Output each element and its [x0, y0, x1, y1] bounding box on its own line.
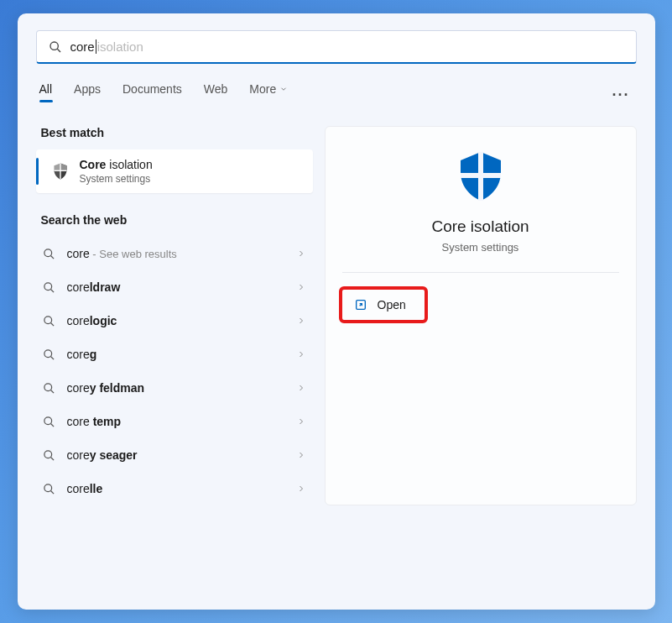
- svg-point-14: [44, 416, 51, 424]
- tab-documents[interactable]: Documents: [122, 82, 182, 101]
- svg-line-9: [50, 322, 53, 325]
- best-match-title-bold: Core: [80, 158, 107, 171]
- web-result-item[interactable]: corey feldman: [36, 371, 313, 405]
- tab-web[interactable]: Web: [204, 82, 228, 101]
- best-match-title-rest: isolation: [106, 158, 152, 171]
- svg-line-17: [50, 457, 53, 459]
- detail-pane: Core isolation System settings Open: [325, 126, 637, 505]
- search-web-header: Search the web: [36, 213, 313, 227]
- web-result-text: corey feldman: [67, 381, 145, 395]
- search-autocomplete: isolation: [97, 39, 143, 54]
- search-icon: [49, 40, 62, 54]
- search-text: core isolation: [70, 39, 143, 54]
- web-result-text: corelle: [67, 482, 103, 495]
- chevron-right-icon: [296, 316, 306, 326]
- web-result-text: corey seager: [67, 448, 138, 462]
- tab-more[interactable]: More: [249, 82, 288, 101]
- web-result-text: coreg: [67, 348, 97, 361]
- search-typed-text: core: [70, 39, 95, 54]
- svg-point-12: [44, 383, 51, 390]
- best-match-result[interactable]: Core isolation System settings: [36, 149, 313, 193]
- divider: [342, 272, 619, 273]
- chevron-right-icon: [296, 349, 306, 359]
- best-match-text: Core isolation System settings: [80, 158, 153, 185]
- shield-icon: [51, 162, 70, 181]
- svg-line-11: [50, 356, 53, 359]
- svg-line-13: [50, 390, 53, 392]
- detail-title: Core isolation: [431, 217, 529, 236]
- svg-line-5: [50, 255, 53, 258]
- svg-point-6: [44, 282, 51, 290]
- search-icon: [43, 348, 55, 361]
- svg-line-19: [50, 490, 53, 493]
- search-icon: [43, 416, 55, 428]
- svg-point-10: [44, 349, 51, 357]
- web-result-text: coreldraw: [67, 280, 121, 294]
- web-result-item[interactable]: coreldraw: [36, 270, 313, 304]
- chevron-right-icon: [296, 383, 306, 393]
- web-result-text: core temp: [67, 415, 122, 428]
- best-match-header: Best match: [36, 126, 313, 139]
- chevron-right-icon: [296, 450, 306, 460]
- svg-rect-3: [54, 170, 66, 171]
- svg-point-8: [44, 316, 51, 323]
- web-result-text: corelogic: [67, 314, 117, 327]
- chevron-right-icon: [296, 249, 306, 259]
- chevron-right-icon: [296, 282, 306, 292]
- web-results-list: core - See web resultscoreldrawcorelogic…: [36, 237, 313, 505]
- web-result-item[interactable]: core temp: [36, 405, 313, 438]
- detail-subtitle: System settings: [442, 241, 519, 254]
- tab-all[interactable]: All: [39, 82, 53, 101]
- svg-point-0: [50, 42, 58, 50]
- search-icon: [43, 248, 55, 260]
- web-result-item[interactable]: corelle: [36, 472, 313, 505]
- search-icon: [43, 315, 55, 327]
- start-search-panel: core isolation All Apps Documents Web Mo…: [18, 13, 655, 610]
- results-column: Best match Core isolation System setting…: [36, 126, 313, 505]
- open-external-icon: [354, 298, 367, 312]
- best-match-subtitle: System settings: [80, 173, 153, 185]
- defender-shield-icon: [454, 149, 508, 202]
- svg-line-15: [50, 423, 53, 426]
- svg-rect-21: [461, 173, 501, 178]
- svg-point-18: [44, 484, 51, 491]
- text-cursor: [96, 39, 96, 54]
- tab-apps[interactable]: Apps: [74, 82, 101, 101]
- svg-point-4: [44, 249, 51, 256]
- search-icon: [43, 483, 55, 495]
- svg-line-7: [50, 289, 53, 291]
- search-input[interactable]: core isolation: [36, 30, 637, 64]
- chevron-down-icon: [279, 85, 288, 93]
- search-icon: [43, 281, 55, 294]
- open-label: Open: [378, 298, 406, 312]
- svg-line-1: [57, 49, 60, 52]
- web-result-item[interactable]: coreg: [36, 338, 313, 371]
- filter-tabs: All Apps Documents Web More: [36, 82, 637, 101]
- svg-point-16: [44, 450, 51, 458]
- open-button[interactable]: Open: [339, 286, 428, 323]
- web-result-text: core - See web results: [67, 247, 177, 260]
- search-icon: [43, 449, 55, 462]
- web-result-item[interactable]: corelogic: [36, 304, 313, 338]
- web-result-item[interactable]: corey seager: [36, 438, 313, 472]
- chevron-right-icon: [296, 416, 306, 427]
- chevron-right-icon: [296, 484, 306, 494]
- search-icon: [43, 382, 55, 395]
- web-result-item[interactable]: core - See web results: [36, 237, 313, 270]
- more-options-button[interactable]: ···: [612, 86, 629, 104]
- tab-more-label: More: [249, 82, 276, 96]
